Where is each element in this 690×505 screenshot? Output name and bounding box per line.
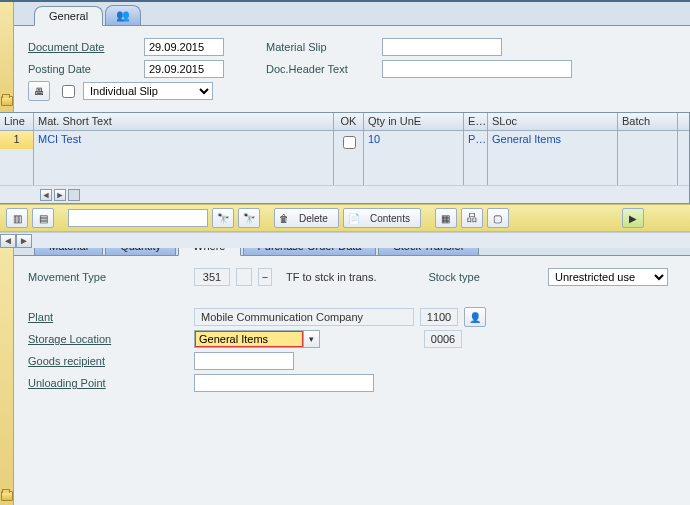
delete-button[interactable]: Delete bbox=[274, 208, 339, 228]
posting-date-input[interactable] bbox=[144, 60, 224, 78]
stock-type-label: Stock type bbox=[428, 271, 518, 283]
print-icon bbox=[34, 86, 44, 97]
slip-type-select[interactable]: Individual Slip bbox=[83, 82, 213, 100]
cell-line[interactable]: 1 bbox=[0, 131, 34, 149]
storage-location-input[interactable] bbox=[194, 330, 304, 348]
ok-checkbox[interactable] bbox=[343, 136, 356, 149]
person-search-icon bbox=[469, 312, 481, 323]
material-slip-input[interactable] bbox=[382, 38, 502, 56]
doc-header-text-input[interactable] bbox=[382, 60, 572, 78]
top-tabbar: General bbox=[14, 2, 690, 26]
select-all-button[interactable] bbox=[6, 208, 28, 228]
col-line[interactable]: Line bbox=[0, 113, 34, 130]
cell-batch[interactable] bbox=[618, 131, 678, 149]
contents-button[interactable]: Contents bbox=[343, 208, 421, 228]
document-date-label: Document Date bbox=[28, 41, 138, 53]
execute-button[interactable]: ▶ bbox=[622, 208, 644, 228]
plant-code-box: 1100 bbox=[420, 308, 458, 326]
table-row bbox=[0, 167, 689, 185]
header-form: Document Date Material Slip Posting Date… bbox=[14, 26, 690, 112]
deselect-all-button[interactable] bbox=[32, 208, 54, 228]
movement-type-text: TF to stck in trans. bbox=[286, 271, 376, 283]
movement-sub2-box bbox=[258, 268, 272, 286]
grid-hscroll[interactable]: ◄ ► bbox=[0, 185, 689, 203]
goods-recipient-label: Goods recipient bbox=[28, 355, 188, 367]
print-checkbox[interactable] bbox=[62, 85, 75, 98]
items-grid: Line Mat. Short Text OK Qty in UnE E... … bbox=[0, 112, 690, 204]
square-icon bbox=[493, 213, 502, 224]
movement-sub1-box bbox=[236, 268, 252, 286]
layout-button[interactable] bbox=[487, 208, 509, 228]
col-sloc[interactable]: SLoc bbox=[488, 113, 618, 130]
tree-icon bbox=[467, 211, 477, 225]
where-form: Movement Type 351 TF to stck in trans. S… bbox=[14, 256, 690, 400]
folder-icon bbox=[1, 491, 13, 501]
storage-location-label: Storage Location bbox=[28, 333, 188, 345]
scroll-thumb[interactable] bbox=[68, 189, 80, 201]
goods-recipient-input[interactable] bbox=[194, 352, 294, 370]
plant-search-button[interactable] bbox=[464, 307, 486, 327]
posting-date-label: Posting Date bbox=[28, 63, 138, 75]
people-icon bbox=[116, 9, 130, 22]
grid-body: 1 MCI Test 10 PC General Items bbox=[0, 131, 689, 185]
tab-label: General bbox=[49, 10, 88, 22]
doc-header-text-label: Doc.Header Text bbox=[266, 63, 376, 75]
scroll-right-button[interactable]: ► bbox=[16, 234, 32, 248]
storage-location-code-box: 0006 bbox=[424, 330, 462, 348]
scroll-right-button[interactable]: ► bbox=[54, 189, 66, 201]
contents-label: Contents bbox=[370, 213, 410, 224]
stock-type-select[interactable]: Unrestricted use bbox=[548, 268, 668, 286]
grid-icon bbox=[441, 213, 450, 224]
delete-label: Delete bbox=[299, 213, 328, 224]
find-next-button[interactable]: 🔭 bbox=[238, 208, 260, 228]
mid-toolbar: 🔭 🔭 Delete Contents ▶ bbox=[0, 204, 690, 232]
find-button[interactable]: 🔭 bbox=[212, 208, 234, 228]
unloading-point-input[interactable] bbox=[194, 374, 374, 392]
execute-icon: ▶ bbox=[629, 213, 637, 224]
plant-label: Plant bbox=[28, 311, 188, 323]
col-eun[interactable]: E... bbox=[464, 113, 488, 130]
cell-text[interactable]: MCI Test bbox=[34, 131, 334, 149]
cell-qty[interactable]: 10 bbox=[364, 131, 464, 149]
col-batch[interactable]: Batch bbox=[618, 113, 678, 130]
grid-header: Line Mat. Short Text OK Qty in UnE E... … bbox=[0, 113, 689, 131]
tab-vendor[interactable] bbox=[105, 5, 141, 25]
plant-text-box: Mobile Communication Company bbox=[194, 308, 414, 326]
scroll-left-button[interactable]: ◄ bbox=[40, 189, 52, 201]
folder-icon bbox=[1, 96, 13, 106]
hierarchy-button[interactable] bbox=[461, 208, 483, 228]
minus-icon bbox=[262, 271, 268, 283]
tab-general[interactable]: General bbox=[34, 6, 103, 26]
filter-input[interactable] bbox=[68, 209, 208, 227]
material-slip-label: Material Slip bbox=[266, 41, 376, 53]
movement-type-label: Movement Type bbox=[28, 271, 188, 283]
table-row[interactable]: 1 MCI Test 10 PC General Items bbox=[0, 131, 689, 149]
table-row bbox=[0, 149, 689, 167]
storage-location-f4-button[interactable]: ▾ bbox=[304, 330, 320, 348]
sheet-icon bbox=[348, 213, 360, 224]
bottom-scrollbar[interactable]: ◄ ► bbox=[0, 232, 690, 248]
cell-ok[interactable] bbox=[334, 131, 364, 149]
deselect-all-icon bbox=[39, 213, 48, 224]
col-qty-in-une[interactable]: Qty in UnE bbox=[364, 113, 464, 130]
cell-sloc[interactable]: General Items bbox=[488, 131, 618, 149]
cell-e[interactable]: PC bbox=[464, 131, 488, 149]
unloading-point-label: Unloading Point bbox=[28, 377, 188, 389]
col-ok[interactable]: OK bbox=[334, 113, 364, 130]
scroll-left-button[interactable]: ◄ bbox=[0, 234, 16, 248]
trash-icon bbox=[279, 213, 289, 224]
select-all-icon bbox=[13, 213, 22, 224]
binoculars-icon: 🔭 bbox=[217, 213, 229, 224]
movement-type-box: 351 bbox=[194, 268, 230, 286]
document-date-input[interactable] bbox=[144, 38, 224, 56]
col-mat-short-text[interactable]: Mat. Short Text bbox=[34, 113, 334, 130]
binoculars-next-icon: 🔭 bbox=[243, 213, 255, 224]
grid-settings-button[interactable] bbox=[435, 208, 457, 228]
print-button[interactable] bbox=[28, 81, 50, 101]
